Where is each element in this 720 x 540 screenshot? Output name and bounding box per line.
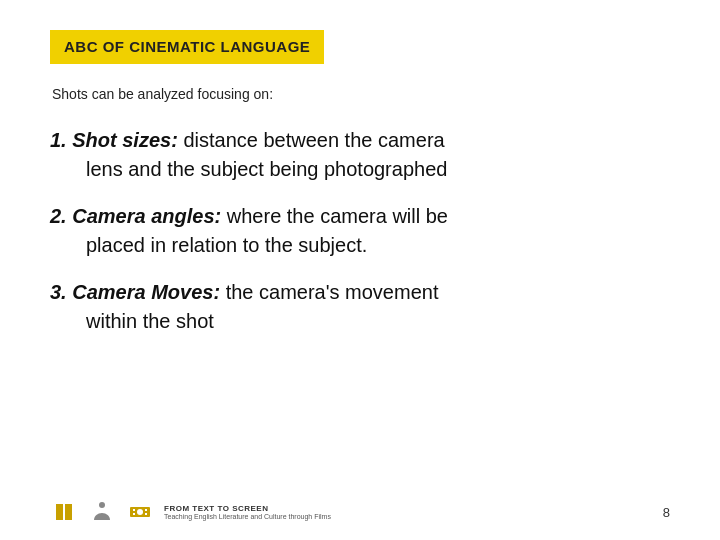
item-1: 1. Shot sizes: distance between the came… — [50, 126, 670, 184]
item-3-line1: 3. Camera Moves: the camera's movement — [50, 278, 670, 307]
slide-title: ABC OF CINEMATIC LANGUAGE — [64, 38, 310, 55]
footer-left: FROM TEXT TO SCREEN Teaching English Lit… — [50, 498, 331, 526]
svg-point-2 — [137, 509, 143, 515]
item-3: 3. Camera Moves: the camera's movement w… — [50, 278, 670, 336]
item-1-line1: 1. Shot sizes: distance between the came… — [50, 126, 670, 155]
title-bar: ABC OF CINEMATIC LANGUAGE — [50, 30, 324, 64]
item-3-term: Camera Moves: — [72, 281, 220, 303]
footer-text: FROM TEXT TO SCREEN Teaching English Lit… — [164, 504, 331, 520]
item-1-number: 1. — [50, 129, 67, 151]
item-3-desc1: the camera's movement — [226, 281, 439, 303]
footer: FROM TEXT TO SCREEN Teaching English Lit… — [50, 498, 670, 526]
item-2-line2: placed in relation to the subject. — [86, 231, 670, 260]
footer-title: FROM TEXT TO SCREEN — [164, 504, 331, 513]
film-icon — [126, 498, 154, 526]
item-1-line2: lens and the subject being photographed — [86, 155, 670, 184]
svg-point-0 — [99, 502, 105, 508]
slide-subtitle: Shots can be analyzed focusing on: — [52, 86, 670, 102]
footer-page: 8 — [663, 505, 670, 520]
item-2: 2. Camera angles: where the camera will … — [50, 202, 670, 260]
item-1-desc1: distance between the camera — [183, 129, 444, 151]
footer-subtitle: Teaching English Literature and Culture … — [164, 513, 331, 520]
items-container: 1. Shot sizes: distance between the came… — [50, 126, 670, 354]
svg-rect-6 — [145, 513, 147, 515]
person-icon — [88, 498, 116, 526]
item-2-line1: 2. Camera angles: where the camera will … — [50, 202, 670, 231]
item-3-line2: within the shot — [86, 307, 670, 336]
svg-rect-3 — [133, 509, 135, 511]
item-3-number: 3. — [50, 281, 67, 303]
svg-rect-4 — [145, 509, 147, 511]
book-icon — [50, 498, 78, 526]
svg-rect-5 — [133, 513, 135, 515]
item-2-desc1: where the camera will be — [227, 205, 448, 227]
item-2-number: 2. — [50, 205, 67, 227]
item-2-term: Camera angles: — [72, 205, 221, 227]
slide-container: ABC OF CINEMATIC LANGUAGE Shots can be a… — [0, 0, 720, 540]
item-1-term: Shot sizes: — [72, 129, 178, 151]
